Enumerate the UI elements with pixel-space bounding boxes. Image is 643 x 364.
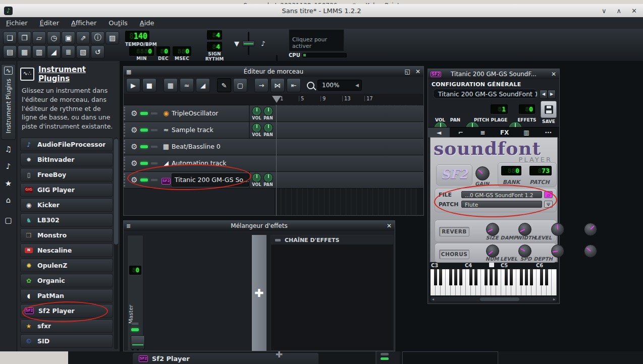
menu-editer[interactable]: Éditer xyxy=(40,19,60,27)
plugin-item-bitinvader[interactable]: ✸BitInvader xyxy=(20,153,113,166)
menu-aide[interactable]: Aide xyxy=(140,19,154,27)
instrument-name-field[interactable]: Titanic 200 GM-GS SoundFont 1 xyxy=(433,89,538,99)
track-name[interactable]: TripleOscillator xyxy=(172,105,249,122)
tab-plugin[interactable]: ◄ xyxy=(428,128,450,138)
time-sig-numerator-display[interactable]: 84 xyxy=(207,30,222,40)
export-project-button[interactable]: ⇗ xyxy=(76,31,90,44)
track-grip[interactable] xyxy=(124,107,128,120)
piano-roll-toggle-button[interactable]: ▥ xyxy=(32,45,46,58)
tab-envelope[interactable]: ⌐ xyxy=(450,128,471,138)
plugin-item-sid[interactable]: ©SID xyxy=(20,334,113,348)
tab-more[interactable]: ··· xyxy=(538,128,559,138)
notes-toggle-button[interactable]: ▧ xyxy=(76,45,90,58)
plugin-item-audiofileprocessor[interactable]: ♪AudioFileProcessor xyxy=(20,138,113,151)
piano-black-key[interactable] xyxy=(454,269,457,285)
patch-display[interactable]: 873 xyxy=(529,166,552,175)
song-editor-toggle-button[interactable]: ▤ xyxy=(3,45,17,58)
plugin-item-opulenz[interactable]: ✺OpulenZ xyxy=(20,259,113,272)
track-pan-knob[interactable] xyxy=(263,173,273,183)
piano-keyboard[interactable] xyxy=(431,269,557,295)
plugin-item-nescaline[interactable]: NNescaline xyxy=(20,244,113,257)
reverb-size-knob[interactable] xyxy=(486,223,499,236)
piano-black-key[interactable] xyxy=(490,269,493,285)
draw-mode-button[interactable]: ✎ xyxy=(217,78,231,92)
plugin-item-organic[interactable]: ✿Organic xyxy=(20,274,113,287)
song-editor-titlebar[interactable]: ▦ Éditeur de morceau ◱✕ xyxy=(124,67,423,77)
playhead-marker[interactable] xyxy=(272,96,281,103)
plugin-list-scrollbar[interactable] xyxy=(114,138,118,349)
tempo-display[interactable]: 8140 xyxy=(125,31,149,42)
chorus-toggle-button[interactable]: CHORUS xyxy=(439,250,469,259)
master-fader[interactable] xyxy=(130,335,141,350)
piano-black-key[interactable] xyxy=(459,269,462,285)
sidebar-tab-instrument-plugins[interactable]: ∿ Instrument Plugins xyxy=(1,64,16,140)
output-visualizer[interactable]: Cliquez pour activer xyxy=(289,29,344,51)
channel-led[interactable] xyxy=(131,322,139,325)
piano-black-key[interactable] xyxy=(449,269,452,285)
sidebar-home-icon[interactable]: ⌂ xyxy=(0,196,17,205)
zoom-level-select[interactable]: 100%◀ xyxy=(317,80,362,91)
add-channel-column[interactable]: ✚ xyxy=(252,235,266,351)
save-project-button[interactable]: ▣ xyxy=(62,31,75,44)
mute-led[interactable] xyxy=(140,145,148,148)
master-volume-slider[interactable] xyxy=(248,32,249,55)
menu-outils[interactable]: Outils xyxy=(109,19,128,27)
track-grip[interactable] xyxy=(124,140,128,153)
project-notes-button[interactable]: ▨ xyxy=(105,31,119,44)
play-button[interactable]: ▶ xyxy=(126,78,140,92)
piano-black-key[interactable] xyxy=(520,269,523,285)
piano-white-key[interactable] xyxy=(552,269,557,295)
add-sample-track-button[interactable]: ≈ xyxy=(180,78,194,92)
project-properties-button[interactable]: ⓘ xyxy=(91,31,104,44)
piano-black-key[interactable] xyxy=(525,269,528,285)
piano-black-key[interactable] xyxy=(530,269,533,285)
tab-fx[interactable]: FX xyxy=(494,128,515,138)
solo-led[interactable] xyxy=(150,112,158,115)
effects-chain-header[interactable]: CHAÎNE D'EFFETS xyxy=(271,235,393,245)
tab-midi[interactable]: ▥ xyxy=(515,128,537,138)
plugin-item-freeboy[interactable]: ▯FreeBoy xyxy=(20,168,113,181)
track-gear-icon[interactable]: ⚙ xyxy=(128,105,140,122)
piano-black-key[interactable] xyxy=(505,269,508,285)
timeline[interactable]: 1 5 9 13 17 xyxy=(124,94,423,105)
scroll-left-arrow[interactable]: ◂ xyxy=(432,297,434,301)
close-button[interactable]: ✕ xyxy=(631,7,637,15)
loop-points-button[interactable]: ⋈ xyxy=(271,78,285,92)
reverb-width-knob[interactable] xyxy=(551,223,564,236)
mute-led[interactable] xyxy=(140,112,148,115)
close-icon[interactable]: ✕ xyxy=(551,71,556,78)
solo-led[interactable] xyxy=(150,145,158,148)
track-grip[interactable] xyxy=(124,124,128,137)
next-instrument-button[interactable]: ▶ xyxy=(548,90,556,99)
automation-editor-toggle-button[interactable]: ◢ xyxy=(47,45,61,58)
track-volume-knob[interactable] xyxy=(252,106,261,116)
bank-display[interactable]: 880 xyxy=(501,166,521,175)
piano-black-key[interactable] xyxy=(434,269,437,285)
chorus-depth-knob[interactable] xyxy=(584,245,597,258)
controller-rack-toggle-button[interactable]: ↺ xyxy=(91,45,104,58)
chain-enable-led[interactable] xyxy=(275,239,281,241)
close-icon[interactable]: ✕ xyxy=(415,68,420,75)
titlebar[interactable]: ♪ Sans titre* - LMMS 1.2.2 ∨ ∧ ✕ xyxy=(0,5,643,18)
piano-black-key[interactable] xyxy=(545,269,548,285)
plugin-item-monstro[interactable]: ❒Monstro xyxy=(20,228,113,242)
track-name[interactable]: Sample track xyxy=(172,122,249,138)
piano-black-key[interactable] xyxy=(485,269,488,285)
sidebar-computer-icon[interactable]: ▢ xyxy=(0,216,17,225)
stop-behaviour-button[interactable]: → xyxy=(254,78,269,92)
scrollbar-thumb[interactable] xyxy=(114,139,118,245)
scrollbar-thumb[interactable] xyxy=(480,297,519,301)
new-from-template-button[interactable]: ❐ xyxy=(18,31,31,44)
track-volume-knob[interactable] xyxy=(252,173,261,183)
piano-black-key[interactable] xyxy=(495,269,498,285)
last-key-marker[interactable] xyxy=(489,263,494,267)
reverb-damp-knob[interactable] xyxy=(518,223,531,236)
stop-button[interactable]: ■ xyxy=(142,78,156,92)
add-automation-track-button[interactable]: ◢ xyxy=(196,78,210,92)
plugin-item-patman[interactable]: ◖PatMan xyxy=(20,289,113,302)
close-icon[interactable]: ✕ xyxy=(387,222,392,229)
open-project-button[interactable]: ▱ xyxy=(32,31,46,44)
sidebar-factory-icon[interactable]: ★ xyxy=(0,179,17,188)
solo-led[interactable] xyxy=(150,129,158,132)
solo-led[interactable] xyxy=(150,162,158,165)
